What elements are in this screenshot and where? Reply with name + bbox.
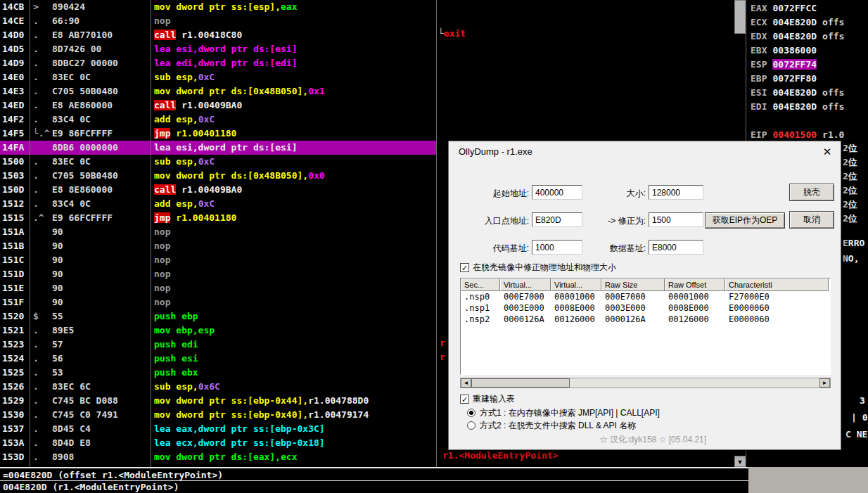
table-header-1[interactable]: Virtual... [500, 278, 551, 291]
localization-credit: ☆ 汉化:dyk158 ☆ [05.04.21] [540, 434, 765, 446]
fix-as-input[interactable] [649, 212, 703, 227]
hscroll-thumb[interactable] [471, 378, 570, 388]
asm-row-1503[interactable]: 1503.C705 50B0480mov dword ptr ds:[0x48B… [0, 169, 436, 183]
asm-address: 151E [2, 283, 24, 293]
data-base-input[interactable] [649, 240, 703, 255]
table-header-5[interactable]: Characteristi [725, 278, 829, 291]
disassembly-pane[interactable]: 14CB>890424mov dword ptr ss:[esp],eax14C… [0, 0, 436, 467]
asm-row-1523[interactable]: 1523.57push edi [0, 338, 436, 352]
rebuild-imports-checkbox[interactable]: ✓ [460, 395, 469, 404]
asm-row-14F5[interactable]: 14F5└.^E9 86FCFFFFjmp r1.00401180 [0, 127, 436, 141]
asm-row-151B[interactable]: 151B90nop [0, 239, 436, 253]
asm-row-1526[interactable]: 1526.83EC 6Csub esp,0x6C [0, 380, 436, 394]
asm-instruction: lea esi,dword ptr ds:[esi] [154, 142, 298, 153]
asm-instruction: mov dword ptr ss:[ebp-0x40],r1.00479174 [154, 409, 369, 420]
asm-row-1525[interactable]: 1525.53push ebx [0, 366, 436, 380]
asm-row-1524[interactable]: 1524.56push esi [0, 352, 436, 366]
entry-point-label: 入口点地址: [450, 214, 529, 229]
register-row-ESI[interactable]: ESI004E820Doffs [746, 87, 868, 101]
asm-row-14F2[interactable]: 14F2.83C4 0Cadd esp,0xC [0, 113, 436, 127]
register-row-EBP[interactable]: EBP0072FF80 [746, 73, 868, 87]
asm-row-151C[interactable]: 151C90nop [0, 253, 436, 267]
get-eip-as-oep-button[interactable]: 获取EIP作为OEP [705, 212, 785, 229]
register-value: 004E820D [772, 101, 817, 112]
asm-row-1500[interactable]: 1500.83EC 0Csub esp,0xC [0, 155, 436, 169]
asm-row-153A[interactable]: 153A.8D4D E8lea ecx,dword ptr ss:[ebp-0x… [0, 436, 436, 450]
close-icon[interactable]: ✕ [818, 143, 836, 160]
method1-radio[interactable] [467, 409, 476, 417]
entry-point-input[interactable] [532, 212, 582, 227]
asm-row-1515[interactable]: 1515.^E9 66FCFFFFjmp r1.00401180 [0, 211, 436, 225]
asm-row-151E[interactable]: 151E90nop [0, 281, 436, 295]
status-bar: =004E820D (offset r1.<ModuleEntryPoint>)… [0, 467, 748, 493]
scroll-left-icon[interactable]: ◄ [461, 378, 471, 388]
register-row-EBX[interactable]: EBX00386000 [746, 45, 868, 59]
asm-row-14D9[interactable]: 14D9.8DBC27 00000lea edi,dword ptr ds:[e… [0, 56, 436, 70]
code-base-input[interactable] [532, 240, 582, 255]
scroll-down-icon[interactable]: ▼ [734, 456, 746, 467]
asm-row-14CE[interactable]: 14CE.66:90nop [0, 14, 436, 28]
dump-button[interactable]: 脱壳 [789, 184, 834, 201]
register-row-EDX[interactable]: EDX004E820Doffs [746, 31, 868, 45]
asm-row-151D[interactable]: 151D90nop [0, 267, 436, 281]
asm-row-14E3[interactable]: 14E3.C705 50B0480mov dword ptr ds:[0x48B… [0, 84, 436, 98]
asm-address: 14D9 [2, 58, 24, 68]
rebuild-imports-checkbox-label[interactable]: 重建输入表 [473, 392, 515, 405]
register-name: ESI [751, 87, 767, 98]
scroll-right-icon[interactable]: ► [819, 378, 830, 388]
asm-row-151A[interactable]: 151A90nop [0, 225, 436, 239]
asm-row-1521[interactable]: 1521.89E5mov ebp,esp [0, 324, 436, 338]
cancel-button[interactable]: 取消 [789, 211, 834, 229]
asm-row-14D0[interactable]: 14D0.E8 AB770100call r1.00418C80 [0, 28, 436, 42]
asm-address: 14CE [2, 15, 24, 26]
asm-instruction: nop [154, 269, 170, 279]
register-row-EDI[interactable]: EDI004E820Doffs [746, 101, 868, 115]
section-cell: 0003E000 [601, 302, 665, 314]
asm-row-1537[interactable]: 1537.8D45 C4lea eax,dword ptr ss:[ebp-0x… [0, 422, 436, 436]
asm-row-14FA[interactable]: 14FA8DB6 0000000lea esi,dword ptr ds:[es… [0, 141, 436, 155]
sections-table[interactable]: Sec...Virtual...Virtual...Raw SizeRaw Of… [460, 278, 831, 375]
asm-row-14ED[interactable]: 14ED.E8 AE860000call r1.00409BA0 [0, 98, 436, 113]
method2-radio-label[interactable]: 方式2 : 在脱壳文件中搜索 DLL & API 名称 [480, 419, 636, 432]
asm-row-1520[interactable]: 1520$55push ebp [0, 309, 436, 324]
section-row-.nsp1[interactable]: .nsp10003E0000008E0000003E0000008E000E00… [461, 302, 830, 314]
register-row-ECX[interactable]: ECX004E820Doffs [746, 17, 868, 31]
table-horizontal-scrollbar[interactable]: ◄ ► [460, 378, 831, 388]
method1-radio-label[interactable]: 方式1 : 在内存镜像中搜索 JMP[API] | CALL[API] [480, 406, 660, 419]
asm-row-14CB[interactable]: 14CB>890424mov dword ptr ss:[esp],eax [0, 0, 436, 14]
asm-row-14D5[interactable]: 14D5.8D7426 00lea esi,dword ptr ds:[esi] [0, 42, 436, 56]
start-address-input[interactable] [532, 185, 582, 200]
asm-address: 1515 [2, 212, 24, 223]
asm-row-150D[interactable]: 150D.E8 8E860000call r1.00409BA0 [0, 183, 436, 197]
table-header-0[interactable]: Sec... [461, 278, 500, 291]
section-cell: .nsp2 [461, 314, 500, 325]
section-row-.nsp0[interactable]: .nsp0000E700000001000000E700000001000F27… [461, 291, 830, 302]
scrollbar-thumb[interactable] [734, 0, 746, 34]
asm-address: 151F [2, 297, 24, 307]
asm-row-151F[interactable]: 151F90nop [0, 295, 436, 309]
size-input[interactable] [649, 185, 703, 200]
fix-physical-checkbox-label[interactable]: 在脱壳镜像中修正物理地址和物理大小 [473, 261, 616, 274]
register-row-ESP[interactable]: ESP0072FF74 [746, 59, 868, 73]
asm-row-153D[interactable]: 153D.8908mov dword ptr ds:[eax],ecx [0, 450, 436, 464]
asm-instruction: mov dword ptr ds:[eax],ecx [154, 452, 298, 462]
asm-row-1530[interactable]: 1530.C745 C0 7491mov dword ptr ss:[ebp-0… [0, 408, 436, 422]
dialog-titlebar[interactable]: OllyDump - r1.exe ✕ [449, 141, 841, 162]
column-divider[interactable] [151, 0, 151, 467]
column-divider[interactable] [30, 0, 30, 467]
asm-bytes: 90 [52, 283, 63, 293]
table-header-2[interactable]: Virtual... [551, 278, 601, 291]
table-header-4[interactable]: Raw Offset [665, 278, 725, 291]
asm-row-14E0[interactable]: 14E0.83EC 0Csub esp,0xC [0, 70, 436, 84]
asm-instruction: mov ebp,esp [154, 325, 215, 335]
register-row-EAX[interactable]: EAX0072FFCC [746, 3, 868, 17]
fix-physical-checkbox[interactable]: ✓ [460, 263, 469, 272]
method2-radio[interactable] [467, 421, 476, 430]
asm-row-1512[interactable]: 1512.83C4 0Cadd esp,0xC [0, 197, 436, 211]
asm-row-1529[interactable]: 1529.C745 BC D088mov dword ptr ss:[ebp-0… [0, 394, 436, 408]
table-header-3[interactable]: Raw Size [601, 278, 665, 291]
asm-address: 14F2 [2, 114, 24, 124]
register-row-blank[interactable] [746, 115, 868, 129]
asm-bytes: 55 [52, 311, 63, 321]
section-row-.nsp2[interactable]: .nsp20000126A001260000000126A00126000E00… [461, 314, 830, 325]
